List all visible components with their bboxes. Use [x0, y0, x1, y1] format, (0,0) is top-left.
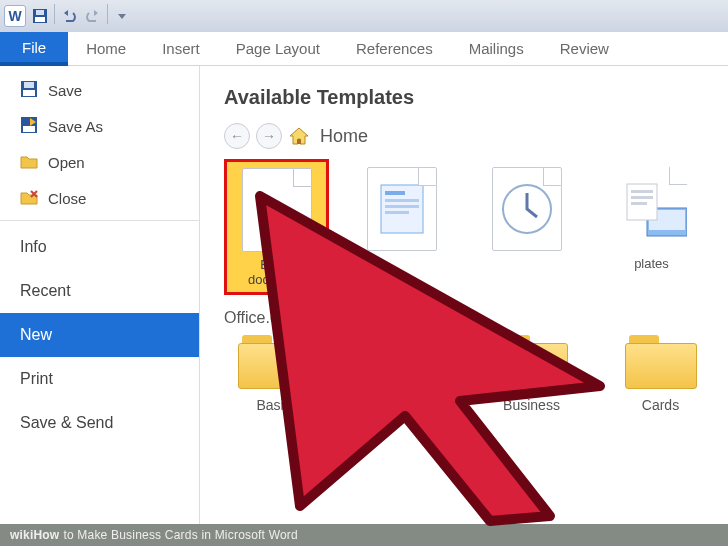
sidebar-item-info[interactable]: Info [0, 225, 199, 269]
close-icon [20, 188, 38, 209]
save-icon [20, 80, 38, 101]
svg-rect-1 [35, 17, 45, 22]
nav-back-button[interactable]: ← [224, 123, 250, 149]
svg-rect-13 [385, 211, 409, 214]
svg-rect-12 [385, 205, 419, 208]
separator [54, 4, 55, 24]
svg-rect-4 [23, 90, 35, 96]
redo-icon[interactable] [81, 4, 105, 28]
svg-rect-5 [24, 82, 34, 88]
folder-icon [625, 335, 697, 389]
office-templates-folders: Basic Blue Business Cards [224, 335, 704, 413]
folder-label: Blue [388, 397, 416, 413]
undo-icon[interactable] [57, 4, 81, 28]
word-logo-icon: W [4, 5, 26, 27]
open-icon [20, 152, 38, 173]
svg-rect-20 [631, 202, 647, 205]
template-label: plates [634, 257, 669, 285]
sidebar-item-label: Close [48, 190, 86, 207]
svg-rect-8 [297, 139, 301, 144]
folder-blue[interactable]: Blue [359, 335, 446, 413]
separator [0, 220, 199, 221]
folder-icon [496, 335, 568, 389]
blank-document-icon [242, 168, 312, 252]
templates-panel: Available Templates ← → Home Blank docum… [200, 66, 728, 524]
watermark-brand: wikiHow [10, 528, 59, 542]
backstage-sidebar: Save Save As Open Close Info Recent New … [0, 66, 200, 524]
template-sample[interactable]: plates [599, 159, 704, 295]
svg-rect-11 [385, 199, 419, 202]
template-blank-document[interactable]: Blank document [224, 159, 329, 295]
save-as-icon [20, 116, 38, 137]
qat-dropdown-icon[interactable] [110, 4, 134, 28]
template-thumbnails: Blank document Blog post plates [224, 159, 704, 295]
tab-file[interactable]: File [0, 32, 68, 66]
folder-business[interactable]: Business [488, 335, 575, 413]
sidebar-item-save-send[interactable]: Save & Send [0, 401, 199, 445]
sidebar-item-recent[interactable]: Recent [0, 269, 199, 313]
svg-rect-10 [385, 191, 405, 195]
folder-basic[interactable]: Basic [230, 335, 317, 413]
sidebar-item-label: Open [48, 154, 85, 171]
folder-icon [238, 335, 310, 389]
separator [107, 4, 108, 24]
sidebar-item-label: Save As [48, 118, 103, 135]
title-bar: W [0, 0, 728, 32]
folder-label: Cards [642, 397, 679, 413]
folder-label: Business [503, 397, 560, 413]
tab-page-layout[interactable]: Page Layout [218, 32, 338, 65]
office-templates-heading: Office.com Templates [224, 309, 704, 327]
sidebar-item-print[interactable]: Print [0, 357, 199, 401]
svg-rect-19 [631, 196, 653, 199]
sidebar-item-label: Print [20, 370, 53, 388]
svg-rect-18 [631, 190, 653, 193]
sidebar-item-label: Info [20, 238, 47, 256]
ribbon-tabs: File Home Insert Page Layout References … [0, 32, 728, 66]
sidebar-item-save[interactable]: Save [0, 72, 199, 108]
tab-mailings[interactable]: Mailings [451, 32, 542, 65]
tab-insert[interactable]: Insert [144, 32, 218, 65]
sample-templates-icon [617, 167, 687, 251]
tab-review[interactable]: Review [542, 32, 627, 65]
sidebar-item-label: New [20, 326, 52, 344]
watermark-text: to Make Business Cards in Microsoft Word [63, 528, 298, 542]
template-recent[interactable] [474, 159, 579, 295]
folder-icon [367, 335, 439, 389]
breadcrumb-home[interactable]: Home [320, 126, 368, 147]
sidebar-item-label: Recent [20, 282, 71, 300]
svg-rect-2 [36, 10, 44, 15]
sidebar-item-label: Save & Send [20, 414, 113, 432]
nav-forward-button[interactable]: → [256, 123, 282, 149]
tab-home[interactable]: Home [68, 32, 144, 65]
sidebar-item-close[interactable]: Close [0, 180, 199, 216]
template-blog-post[interactable]: Blog post [349, 159, 454, 295]
blog-post-icon [367, 167, 437, 251]
save-icon[interactable] [28, 4, 52, 28]
tab-references[interactable]: References [338, 32, 451, 65]
sidebar-item-save-as[interactable]: Save As [0, 108, 199, 144]
sidebar-item-open[interactable]: Open [0, 144, 199, 180]
template-label: Blank document [231, 258, 322, 288]
quick-access-toolbar [28, 4, 134, 28]
home-icon[interactable] [288, 125, 310, 147]
watermark-bar: wikiHow to Make Business Cards in Micros… [0, 524, 728, 546]
folder-label: Basic [256, 397, 290, 413]
templates-breadcrumb-nav: ← → Home [224, 123, 704, 149]
recent-templates-icon [492, 167, 562, 251]
section-heading: Available Templates [224, 86, 704, 109]
svg-rect-7 [23, 126, 35, 132]
sidebar-item-label: Save [48, 82, 82, 99]
folder-cards[interactable]: Cards [617, 335, 704, 413]
backstage-view: Save Save As Open Close Info Recent New … [0, 66, 728, 524]
sidebar-item-new[interactable]: New [0, 313, 199, 357]
